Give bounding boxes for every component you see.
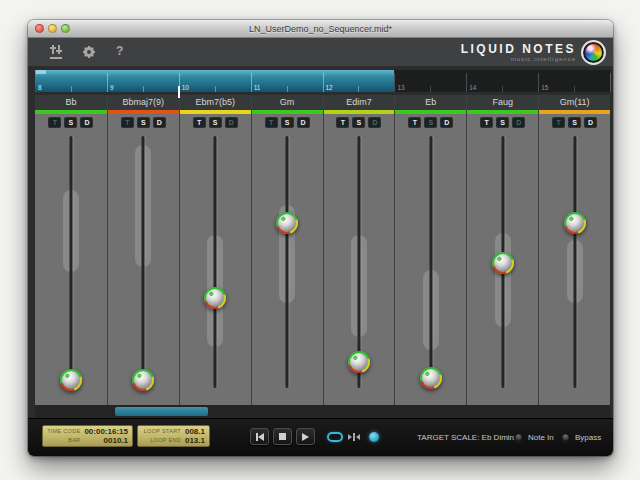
record-indicator-icon[interactable] xyxy=(369,432,379,442)
tsd-buttons: T S D xyxy=(252,117,323,128)
half-bar-tick xyxy=(502,86,503,92)
logo-orb-icon xyxy=(581,40,606,65)
bar-label: 12 xyxy=(326,84,333,91)
mixer-icon[interactable] xyxy=(50,45,63,59)
half-bar-tick xyxy=(143,86,144,92)
tsd-buttons: T S D xyxy=(35,117,107,128)
subdominant-button[interactable]: S xyxy=(352,117,365,128)
slider-track xyxy=(573,136,576,388)
dominant-button[interactable]: D xyxy=(225,117,238,128)
subdominant-button[interactable]: S xyxy=(137,117,150,128)
subdominant-button[interactable]: S xyxy=(496,117,509,128)
tonic-button[interactable]: T xyxy=(121,117,134,128)
stop-button[interactable] xyxy=(273,428,292,445)
subdominant-button[interactable]: S xyxy=(64,117,77,128)
dominant-button[interactable]: D xyxy=(297,117,310,128)
half-bar-tick xyxy=(358,86,359,92)
punch-icon-right-triangle xyxy=(356,434,360,440)
loop-end-label: LOOP END xyxy=(142,437,181,444)
loop-display: LOOP START 008.1 LOOP END 013.1 xyxy=(137,425,210,447)
dominant-button[interactable]: D xyxy=(153,117,166,128)
dominant-button[interactable]: D xyxy=(584,117,597,128)
mixer-icon-underline xyxy=(50,57,62,59)
half-bar-tick xyxy=(287,86,288,92)
logo-text: LIQUID NOTES music intelligence xyxy=(461,43,576,62)
scrollbar-thumb[interactable] xyxy=(115,407,208,416)
chord-label[interactable]: Gm xyxy=(252,95,323,110)
note-in-radio[interactable] xyxy=(514,433,523,442)
tsd-buttons: T S D xyxy=(324,117,395,128)
punch-icon-bar xyxy=(353,433,355,441)
tension-slider[interactable]: T S D xyxy=(324,114,395,405)
tonic-button[interactable]: T xyxy=(480,117,493,128)
tsd-buttons: T S D xyxy=(539,117,610,128)
chord-label[interactable]: Edim7 xyxy=(324,95,395,110)
chord-label[interactable]: Ebm7(b5) xyxy=(180,95,251,110)
tonic-button[interactable]: T xyxy=(48,117,61,128)
subdominant-button[interactable]: S xyxy=(568,117,581,128)
bypass-radio[interactable] xyxy=(561,433,570,442)
logo-tagline: music intelligence xyxy=(461,56,576,62)
chord-label[interactable]: Faug xyxy=(467,95,538,110)
dominant-button[interactable]: D xyxy=(512,117,525,128)
loop-start-label: LOOP START xyxy=(142,428,181,435)
tsd-buttons: T S D xyxy=(395,117,466,128)
playhead[interactable] xyxy=(178,86,180,98)
chord-label[interactable]: Gm(11) xyxy=(539,95,610,110)
tension-slider[interactable]: T S D xyxy=(395,114,466,405)
chord-label[interactable]: Bb xyxy=(35,95,107,110)
chord-label[interactable]: Eb xyxy=(395,95,466,110)
bar-tick xyxy=(107,73,108,92)
channel-column: Bb T S D xyxy=(35,95,107,405)
tonic-button[interactable]: T xyxy=(408,117,421,128)
scrollbar-track[interactable] xyxy=(35,405,610,418)
dominant-button[interactable]: D xyxy=(80,117,93,128)
dominant-button[interactable]: D xyxy=(440,117,453,128)
subdominant-button[interactable]: S xyxy=(281,117,294,128)
chord-label[interactable]: Bbmaj7(9) xyxy=(108,95,179,110)
logo: LIQUID NOTES music intelligence xyxy=(461,40,606,65)
mixer-icon-bar xyxy=(58,45,60,54)
subdominant-button[interactable]: S xyxy=(209,117,222,128)
slider-track xyxy=(429,136,432,388)
bar-tick xyxy=(466,73,467,92)
play-button[interactable] xyxy=(296,428,315,445)
slider-knob[interactable] xyxy=(276,212,298,234)
slider-knob[interactable] xyxy=(132,369,154,391)
tonic-button[interactable]: T xyxy=(552,117,565,128)
dominant-button[interactable]: D xyxy=(368,117,381,128)
tension-slider[interactable]: T S D xyxy=(539,114,610,405)
slider-knob[interactable] xyxy=(564,212,586,234)
slider-knob[interactable] xyxy=(60,369,82,391)
timeline-ruler[interactable]: 8910111213141516 xyxy=(35,70,610,92)
slider-knob[interactable] xyxy=(492,252,514,274)
slider-knob[interactable] xyxy=(348,351,370,373)
channel-column: Eb T S D xyxy=(394,95,466,405)
tension-slider[interactable]: T S D xyxy=(467,114,538,405)
rewind-button[interactable] xyxy=(250,428,269,445)
bar-label: 11 xyxy=(254,84,261,91)
loop-toggle-icon[interactable] xyxy=(327,432,343,442)
tension-slider[interactable]: T S D xyxy=(108,114,179,405)
tonic-button[interactable]: T xyxy=(336,117,349,128)
titlebar[interactable]: LN_UserDemo_no_Sequencer.mid* xyxy=(28,20,613,38)
bar-tick xyxy=(323,73,324,92)
tension-slider[interactable]: T S D xyxy=(180,114,251,405)
channels-panel: Bb T S D Bbmaj7(9) T S D Ebm7(b5) xyxy=(35,95,610,405)
settings-gear-icon[interactable] xyxy=(83,46,95,58)
bar-tick xyxy=(538,73,539,92)
tonic-button[interactable]: T xyxy=(265,117,278,128)
bar-label: 8 xyxy=(38,84,42,91)
tension-slider[interactable]: T S D xyxy=(35,114,107,405)
timecode-display: TIME CODE 00:00:16:15 BAR 0010.1 xyxy=(42,425,133,447)
play-icon xyxy=(302,433,309,441)
slider-knob[interactable] xyxy=(420,367,442,389)
bar-tick xyxy=(394,73,395,92)
punch-in-out-icon[interactable] xyxy=(348,433,360,441)
help-icon[interactable]: ? xyxy=(116,44,123,58)
tonic-button[interactable]: T xyxy=(193,117,206,128)
subdominant-button[interactable]: S xyxy=(424,117,437,128)
tension-slider[interactable]: T S D xyxy=(252,114,323,405)
logo-name: LIQUID NOTES xyxy=(461,43,576,55)
half-bar-tick xyxy=(71,86,72,92)
